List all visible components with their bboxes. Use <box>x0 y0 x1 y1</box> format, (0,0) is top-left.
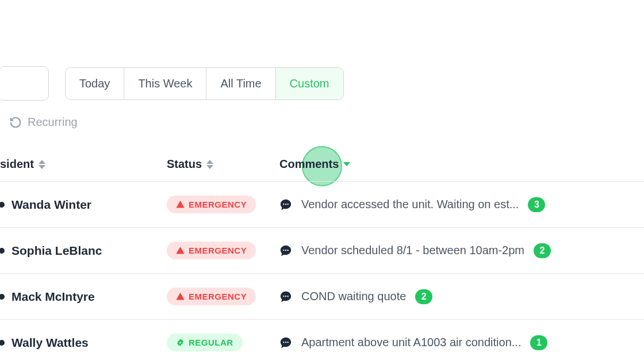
avatar <box>0 248 5 254</box>
status-label: EMERGENCY <box>189 246 247 255</box>
column-status-label: Status <box>167 158 202 171</box>
resident-cell: Sophia LeBlanc <box>0 244 167 258</box>
resident-name: Wally Wattles <box>12 336 89 350</box>
status-badge: EMERGENCY <box>167 242 256 259</box>
resident-name: Sophia LeBlanc <box>12 244 102 258</box>
tab-all-time[interactable]: All Time <box>206 68 275 99</box>
check-badge-icon <box>176 338 185 347</box>
status-cell: EMERGENCY <box>167 288 279 305</box>
avatar <box>0 202 5 208</box>
resident-name: Mack McIntyre <box>12 290 95 304</box>
avatar <box>0 340 5 346</box>
column-comments-label: Comments <box>279 158 339 171</box>
svg-point-8 <box>287 295 288 296</box>
svg-point-3 <box>283 249 284 250</box>
sort-icon <box>39 160 45 169</box>
svg-point-9 <box>283 341 284 342</box>
comment-icon <box>279 198 292 211</box>
status-cell: EMERGENCY <box>167 242 279 259</box>
alert-icon <box>176 292 185 301</box>
alert-icon <box>176 246 185 255</box>
recurring-label: Recurring <box>28 116 78 129</box>
table-row[interactable]: Sophia LeBlanc EMERGENCY Vendor schedule… <box>0 228 644 274</box>
status-badge: EMERGENCY <box>167 288 256 305</box>
resident-cell: Wally Wattles <box>0 336 167 350</box>
svg-point-4 <box>285 249 286 250</box>
comment-text: Apartment above unit A1003 air condition… <box>301 336 521 349</box>
search-input[interactable] <box>0 66 49 101</box>
recurring-icon <box>9 116 22 129</box>
table-header: sident Status Comments <box>0 129 644 182</box>
tab-custom[interactable]: Custom <box>276 68 343 99</box>
svg-point-11 <box>287 341 288 342</box>
table-row[interactable]: Wally Wattles REGULAR Apartment above un… <box>0 320 644 360</box>
comment-count-badge: 2 <box>415 289 432 304</box>
sort-icon <box>343 162 350 166</box>
status-label: REGULAR <box>189 338 233 347</box>
comments-cell: Vendor scheduled 8/1 - between 10am-2pm … <box>279 243 644 258</box>
status-label: EMERGENCY <box>189 292 247 301</box>
svg-point-2 <box>287 203 288 204</box>
status-label: EMERGENCY <box>189 200 247 209</box>
svg-point-10 <box>285 341 286 342</box>
status-badge: REGULAR <box>167 334 243 351</box>
comment-text: Vendor scheduled 8/1 - between 10am-2pm <box>301 244 524 257</box>
status-cell: REGULAR <box>167 334 279 351</box>
svg-point-5 <box>287 249 288 250</box>
resident-cell: Mack McIntyre <box>0 290 167 304</box>
tab-today[interactable]: Today <box>66 68 124 99</box>
comment-text: Vendor accessed the unit. Waiting on est… <box>301 198 519 211</box>
table-row[interactable]: Mack McIntyre EMERGENCY COND waiting quo… <box>0 274 644 320</box>
comment-count-badge: 3 <box>528 197 545 212</box>
status-cell: EMERGENCY <box>167 196 279 213</box>
comment-count-badge: 2 <box>534 243 551 258</box>
column-status[interactable]: Status <box>167 158 279 171</box>
status-badge: EMERGENCY <box>167 196 256 213</box>
comments-cell: Apartment above unit A1003 air condition… <box>279 335 644 350</box>
resident-cell: Wanda Winter <box>0 198 167 212</box>
avatar <box>0 294 5 300</box>
svg-point-1 <box>285 203 286 204</box>
alert-icon <box>176 200 185 209</box>
column-resident-label: sident <box>0 158 34 171</box>
column-comments[interactable]: Comments <box>279 158 350 171</box>
comment-icon <box>279 336 292 349</box>
svg-point-7 <box>285 295 286 296</box>
comment-text: COND waiting quote <box>301 290 406 303</box>
comments-cell: COND waiting quote 2 <box>279 289 644 304</box>
comments-cell: Vendor accessed the unit. Waiting on est… <box>279 197 644 212</box>
svg-point-6 <box>283 295 284 296</box>
sort-icon <box>206 160 213 169</box>
comment-icon <box>279 244 292 257</box>
svg-point-0 <box>283 203 284 204</box>
comment-icon <box>279 290 292 303</box>
recurring-toggle[interactable]: Recurring <box>0 101 644 129</box>
tab-this-week[interactable]: This Week <box>124 68 206 99</box>
column-resident[interactable]: sident <box>0 158 167 171</box>
table-row[interactable]: Wanda Winter EMERGENCY Vendor accessed t… <box>0 182 644 228</box>
date-filter-tabs: Today This Week All Time Custom <box>65 67 344 100</box>
comment-count-badge: 1 <box>530 335 547 350</box>
resident-name: Wanda Winter <box>12 198 91 212</box>
